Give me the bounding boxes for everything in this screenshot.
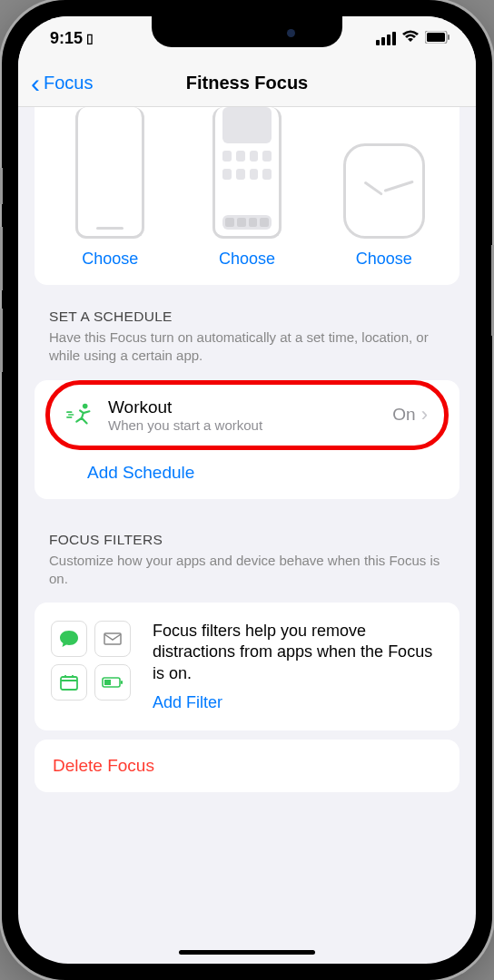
workout-schedule-row[interactable]: Workout When you start a workout On › [50, 385, 444, 446]
schedule-section-header: SET A SCHEDULE Have this Focus turn on a… [18, 285, 476, 371]
chevron-left-icon: ‹ [31, 70, 40, 97]
focus-filters-card: Focus filters help you remove distractio… [35, 603, 459, 730]
svg-rect-10 [104, 680, 111, 685]
back-button[interactable]: ‹ Focus [31, 70, 93, 97]
filters-header-desc: Customize how your apps and device behav… [49, 552, 445, 589]
workout-icon [66, 400, 95, 429]
back-label: Focus [44, 73, 93, 93]
delete-card: Delete Focus [35, 740, 459, 792]
wifi-icon [401, 29, 420, 48]
choose-watch-button[interactable]: Choose [315, 239, 452, 285]
home-screen-preview[interactable] [179, 107, 316, 239]
workout-status: On [392, 405, 415, 425]
notch [152, 16, 342, 47]
side-button [0, 168, 3, 204]
workout-row-subtitle: When you start a workout [108, 417, 380, 433]
filters-section-header: FOCUS FILTERS Customize how your apps an… [18, 508, 476, 594]
delete-focus-button[interactable]: Delete Focus [35, 740, 459, 792]
schedule-card: Workout When you start a workout On › Ad… [35, 380, 459, 499]
svg-rect-2 [448, 34, 450, 40]
add-filter-button[interactable]: Add Filter [153, 693, 443, 712]
content: Choose Choose [18, 107, 476, 792]
filter-body-text: Focus filters help you remove distractio… [153, 621, 443, 684]
customize-screens-card: Choose Choose [35, 107, 459, 285]
svg-rect-1 [427, 33, 445, 42]
chevron-right-icon: › [421, 403, 428, 426]
home-indicator[interactable] [179, 950, 315, 955]
filters-header-title: FOCUS FILTERS [49, 532, 445, 548]
side-button [0, 309, 3, 372]
annotation-highlight: Workout When you start a workout On › [45, 380, 449, 450]
screen: 9:15 ▯ ‹ Focus Fitness Focus [18, 16, 476, 964]
choose-lock-button[interactable]: Choose [42, 239, 179, 285]
filter-example-icons [51, 621, 138, 712]
svg-point-3 [83, 404, 88, 409]
svg-rect-4 [104, 633, 121, 644]
watch-face-preview[interactable] [315, 107, 452, 239]
schedule-header-desc: Have this Focus turn on automatically at… [49, 328, 445, 366]
workout-row-title: Workout [108, 397, 380, 417]
svg-rect-5 [61, 677, 77, 690]
choose-home-button[interactable]: Choose [179, 239, 316, 285]
lock-screen-preview[interactable] [42, 107, 179, 239]
nav-bar: ‹ Focus Fitness Focus [18, 60, 476, 107]
schedule-header-title: SET A SCHEDULE [49, 309, 445, 325]
battery-icon [425, 29, 450, 48]
device-frame: 9:15 ▯ ‹ Focus Fitness Focus [2, 0, 492, 980]
privacy-icon: ▯ [86, 31, 94, 45]
side-button [0, 227, 3, 290]
cellular-icon [376, 32, 396, 45]
mail-icon [94, 621, 131, 657]
svg-rect-11 [121, 681, 123, 684]
low-power-icon [94, 664, 131, 701]
messages-icon [51, 621, 87, 657]
add-schedule-button[interactable]: Add Schedule [35, 446, 459, 499]
status-time: 9:15 [50, 29, 83, 48]
calendar-icon [51, 664, 87, 701]
